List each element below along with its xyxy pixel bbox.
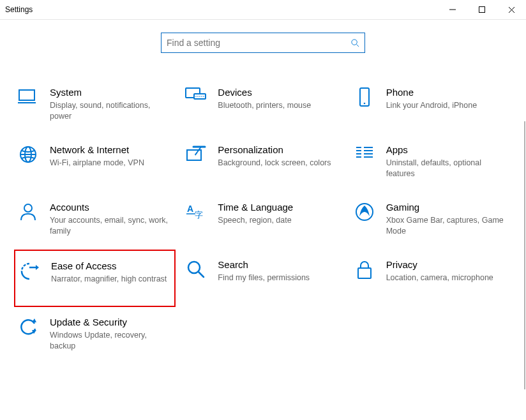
accounts-icon xyxy=(15,201,41,221)
svg-line-40 xyxy=(199,272,204,277)
window-minimize-button[interactable] xyxy=(438,0,467,19)
svg-point-14 xyxy=(204,96,205,97)
svg-marker-38 xyxy=(36,265,39,270)
svg-point-12 xyxy=(200,96,201,97)
svg-point-32 xyxy=(24,204,32,212)
apps-icon xyxy=(352,144,377,163)
svg-marker-23 xyxy=(195,153,197,156)
item-subtitle: Windows Update, recovery, backup xyxy=(50,330,168,352)
window-title: Settings xyxy=(5,5,33,14)
svg-text:A: A xyxy=(187,204,193,214)
item-subtitle: Background, lock screen, colors xyxy=(218,158,336,169)
item-subtitle: Bluetooth, printers, mouse xyxy=(218,100,336,111)
item-subtitle: Your accounts, email, sync, work, family xyxy=(50,215,168,237)
search-icon xyxy=(345,38,364,48)
time-language-item[interactable]: A 字 Time & Language Speech, region, date xyxy=(182,192,343,250)
item-subtitle: Xbox Game Bar, captures, Game Mode xyxy=(386,215,504,237)
gaming-item[interactable]: Gaming Xbox Game Bar, captures, Game Mod… xyxy=(350,192,512,250)
search-box[interactable] xyxy=(161,33,365,53)
system-icon xyxy=(15,86,41,105)
svg-point-16 xyxy=(363,103,365,105)
svg-rect-1 xyxy=(479,7,485,13)
update-icon xyxy=(15,316,41,336)
item-title: Network & Internet xyxy=(50,144,168,156)
gaming-icon xyxy=(352,201,377,221)
apps-item[interactable]: Apps Uninstall, defaults, optional featu… xyxy=(350,135,512,192)
scrollbar[interactable] xyxy=(524,121,525,389)
svg-point-11 xyxy=(198,96,199,97)
svg-rect-6 xyxy=(19,90,34,100)
item-title: Update & Security xyxy=(50,316,168,329)
item-title: Gaming xyxy=(386,201,504,214)
item-title: Accounts xyxy=(50,201,168,214)
item-title: Phone xyxy=(386,86,504,99)
lock-icon xyxy=(352,259,377,280)
ease-of-access-item[interactable]: Ease of Access Narrator, magnifier, high… xyxy=(14,250,176,307)
item-title: Search xyxy=(218,259,336,271)
window-maximize-button[interactable] xyxy=(467,0,497,19)
content-area: System Display, sound, notifications, po… xyxy=(0,20,526,420)
item-subtitle: Display, sound, notifications, power xyxy=(50,100,168,122)
item-title: Devices xyxy=(218,86,336,99)
svg-text:字: 字 xyxy=(195,210,203,220)
devices-icon xyxy=(183,86,209,105)
time-language-icon: A 字 xyxy=(183,201,209,221)
item-subtitle: Narrator, magnifier, high contrast xyxy=(51,274,167,285)
item-title: System xyxy=(50,86,168,99)
item-subtitle: Location, camera, microphone xyxy=(386,273,504,283)
window-controls xyxy=(438,0,526,19)
item-title: Apps xyxy=(386,144,504,156)
phone-item[interactable]: Phone Link your Android, iPhone xyxy=(350,77,512,135)
personalization-item[interactable]: Personalization Background, lock screen,… xyxy=(182,135,343,192)
item-title: Ease of Access xyxy=(51,260,167,273)
magnifier-icon xyxy=(183,259,209,279)
ease-of-access-icon xyxy=(17,260,42,281)
item-title: Time & Language xyxy=(218,201,336,214)
search-input[interactable] xyxy=(162,33,345,52)
svg-point-13 xyxy=(202,96,203,97)
svg-point-10 xyxy=(196,96,197,97)
personalization-icon xyxy=(183,144,209,163)
item-subtitle: Link your Android, iPhone xyxy=(386,100,504,111)
svg-point-4 xyxy=(351,39,356,44)
globe-icon xyxy=(15,144,41,164)
network-item[interactable]: Network & Internet Wi-Fi, airplane mode,… xyxy=(14,135,176,192)
privacy-item[interactable]: Privacy Location, camera, microphone xyxy=(350,250,512,307)
svg-rect-41 xyxy=(358,268,371,278)
accounts-item[interactable]: Accounts Your accounts, email, sync, wor… xyxy=(14,192,176,250)
item-subtitle: Speech, region, date xyxy=(218,215,336,226)
item-subtitle: Uninstall, defaults, optional features xyxy=(386,158,504,179)
devices-item[interactable]: Devices Bluetooth, printers, mouse xyxy=(182,77,343,135)
svg-line-5 xyxy=(356,44,359,47)
item-subtitle: Wi-Fi, airplane mode, VPN xyxy=(50,158,168,169)
item-title: Personalization xyxy=(218,144,336,156)
svg-rect-20 xyxy=(187,150,201,160)
system-item[interactable]: System Display, sound, notifications, po… xyxy=(14,77,176,135)
item-subtitle: Find my files, permissions xyxy=(218,273,336,283)
item-title: Privacy xyxy=(386,259,504,271)
search-item[interactable]: Search Find my files, permissions xyxy=(182,250,343,307)
settings-grid: System Display, sound, notifications, po… xyxy=(0,77,526,377)
update-security-item[interactable]: Update & Security Windows Update, recove… xyxy=(14,307,176,364)
window-close-button[interactable] xyxy=(497,0,526,19)
phone-icon xyxy=(352,86,377,108)
titlebar: Settings xyxy=(0,0,526,20)
